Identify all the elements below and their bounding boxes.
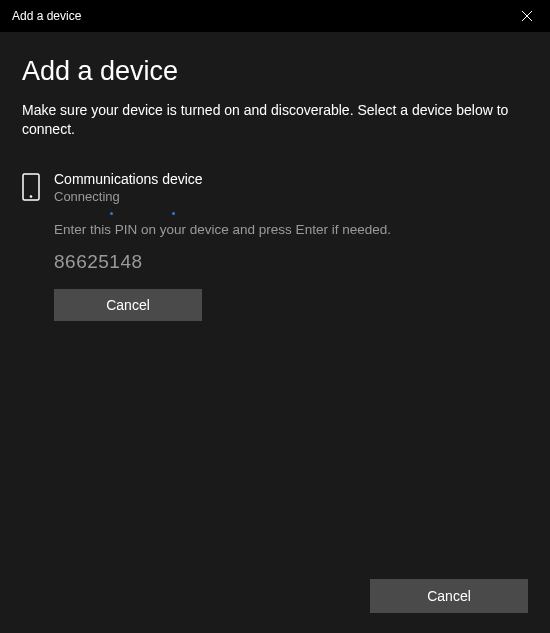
footer: Cancel xyxy=(370,579,528,613)
device-info: Communications device Connecting Enter t… xyxy=(54,171,528,321)
content-area: Add a device Make sure your device is tu… xyxy=(0,32,550,321)
close-icon xyxy=(522,11,532,21)
titlebar: Add a device xyxy=(0,0,550,32)
phone-icon xyxy=(22,173,40,205)
device-item: Communications device Connecting Enter t… xyxy=(22,171,528,321)
progress-indicator xyxy=(54,218,528,222)
svg-point-3 xyxy=(30,195,33,198)
pin-instruction: Enter this PIN on your device and press … xyxy=(54,222,528,237)
page-subtext: Make sure your device is turned on and d… xyxy=(22,101,528,139)
progress-dot xyxy=(110,212,113,215)
page-title: Add a device xyxy=(22,56,528,87)
cancel-button[interactable]: Cancel xyxy=(370,579,528,613)
progress-dot xyxy=(172,212,175,215)
pin-code: 86625148 xyxy=(54,251,528,273)
window-title: Add a device xyxy=(12,9,81,23)
device-name: Communications device xyxy=(54,171,528,187)
close-button[interactable] xyxy=(504,0,550,32)
device-cancel-button[interactable]: Cancel xyxy=(54,289,202,321)
device-status: Connecting xyxy=(54,189,528,204)
